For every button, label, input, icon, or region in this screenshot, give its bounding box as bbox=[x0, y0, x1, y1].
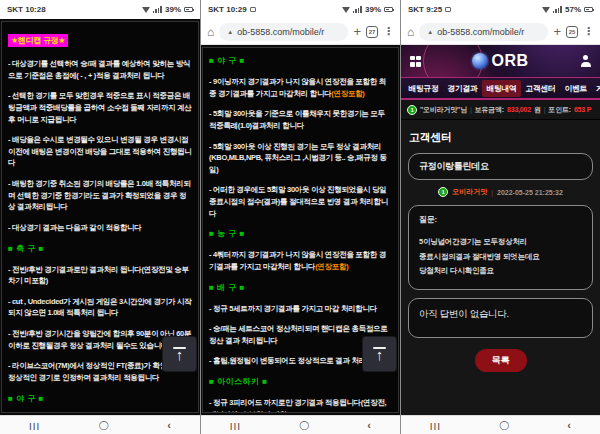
battery-icon bbox=[184, 7, 193, 12]
question-line: 종료시점의결과 절대반영 되엇는데요 bbox=[419, 252, 582, 263]
url-field[interactable]: ▲ ob-5858.com/mobile/r bbox=[419, 23, 548, 41]
battery-icon bbox=[384, 7, 393, 12]
back-button[interactable]: ‹ bbox=[367, 419, 371, 431]
divider: | bbox=[544, 106, 546, 113]
scroll-to-top-button[interactable]: ↑ bbox=[163, 337, 196, 371]
battery-icon bbox=[584, 7, 593, 12]
url-field[interactable]: ▲ ob-5858.com/mobile/r bbox=[219, 23, 348, 41]
browser-menu-icon[interactable]: ⋮ bbox=[383, 26, 394, 37]
recents-button[interactable]: ||| bbox=[430, 421, 441, 430]
browser-address-bar: ⌂ ▲ ob-5858.com/mobile/r + 25 ⋮ bbox=[401, 19, 600, 45]
section-volleyball: ■ 배 구 ■ bbox=[209, 282, 392, 293]
wifi-icon bbox=[342, 7, 350, 13]
phone-screenshot-1: SKT 10:28 39% ★핸디캡 규정★ - 대상경기를 선택하여 승/패 … bbox=[0, 0, 200, 434]
user-level-badge: 1 bbox=[407, 105, 417, 115]
site-logo[interactable]: ORB bbox=[472, 52, 528, 70]
tab-switcher-button[interactable]: 25 bbox=[566, 26, 578, 38]
up-arrow-icon: ↑ bbox=[376, 347, 384, 362]
browser-menu-icon[interactable]: ⋮ bbox=[583, 26, 594, 37]
question-line: 당첨처리 다시확인좀요 bbox=[419, 266, 582, 277]
rules-page: ★핸디캡 규정★ - 대상경기를 선택하여 승/패 결과를 예상하여 맞히는 방… bbox=[0, 19, 200, 415]
new-tab-icon[interactable]: + bbox=[353, 25, 361, 38]
points-value: 653 P bbox=[574, 106, 591, 113]
not-secure-icon: ▲ bbox=[227, 29, 233, 35]
home-button[interactable]: ◯ bbox=[299, 420, 309, 430]
rule-paragraph: - 선택한 경기를 모두 맞힌경우 적중으로 표시 적중금은 배팅금액과 적중배… bbox=[8, 90, 192, 125]
back-button[interactable]: ‹ bbox=[567, 419, 571, 431]
carrier-time-label: SKT 9:25 bbox=[408, 5, 442, 14]
android-nav-bar: ||| ◯ ‹ bbox=[0, 415, 200, 434]
logo-text: ORB bbox=[491, 52, 528, 70]
user-info-bar: 1 "오비라거맛"님 | 보유금액: 833,002 원 | 포인트: 653 … bbox=[401, 100, 600, 120]
home-button[interactable]: ◯ bbox=[499, 420, 509, 430]
page-title: 고객센터 bbox=[409, 130, 592, 145]
three-screenshot-strip: SKT 10:28 39% ★핸디캡 규정★ - 대상경기를 선택하여 승/패 … bbox=[0, 0, 600, 434]
section-ice-hockey: ■ 아이스하키 ■ bbox=[209, 376, 392, 387]
rules-page: ■ 야 구 ■ - 9이닝까지 경기결과가 나지 않을시 연장전을 포함한 최종… bbox=[201, 45, 400, 415]
divider: | bbox=[491, 189, 493, 196]
notification-icon bbox=[445, 7, 451, 12]
rule-paragraph: - cut , Undecided가 게시된 게임은 3시간안에 경기가 시작되… bbox=[8, 296, 192, 319]
question-label: 질문: bbox=[419, 214, 582, 225]
wifi-icon bbox=[542, 7, 550, 13]
tab-betting-history[interactable]: 배팅내역 bbox=[482, 80, 521, 97]
android-nav-bar: ||| ◯ ‹ bbox=[401, 415, 600, 434]
up-arrow-icon: ↑ bbox=[176, 347, 184, 362]
section-baseball: ■ 야 구 ■ bbox=[209, 55, 392, 66]
android-nav-bar: ||| ◯ ‹ bbox=[201, 415, 400, 434]
scroll-to-top-button[interactable]: ↑ bbox=[363, 337, 396, 371]
tab-betting-rules[interactable]: 배팅규정 bbox=[404, 80, 443, 97]
browser-home-icon[interactable]: ⌂ bbox=[207, 26, 214, 38]
new-tab-icon[interactable]: + bbox=[553, 25, 561, 38]
divider: | bbox=[470, 106, 472, 113]
handicap-rules-title: ★핸디캡 규정★ bbox=[8, 34, 68, 47]
answer-box: 아직 답변이 없습니다. bbox=[408, 298, 593, 338]
section-baseball: ■ 야 구 ■ bbox=[8, 393, 192, 404]
author-level-badge: 1 bbox=[438, 187, 448, 197]
phone-screenshot-2: SKT 10:29 39% ⌂ ▲ ob-5858.com/mobile/r +… bbox=[200, 0, 400, 434]
list-button[interactable]: 목록 bbox=[475, 349, 527, 372]
tab-switcher-button[interactable]: 27 bbox=[366, 26, 378, 38]
battery-percent: 39% bbox=[165, 5, 181, 14]
back-button[interactable]: ‹ bbox=[167, 419, 171, 431]
rule-paragraph: - 5회말 30아웃을 기준으로 이를채우지 못한경기는 모두 적중특례(1.0… bbox=[209, 108, 392, 131]
rule-paragraph: - 대상경기 결과는 다음과 같이 적용합니다 bbox=[8, 222, 192, 234]
orb-site-page: ORB 배팅규정 경기결과 배팅내역 고객센터 이벤트 게시판 1 "오비라거맛… bbox=[401, 45, 600, 415]
signal-icon bbox=[553, 6, 562, 13]
post-author-row: 1 오비라거맛 | 2022-05-25 21:25:32 bbox=[401, 187, 600, 197]
battery-percent: 39% bbox=[365, 5, 381, 14]
question-box: 질문: 5이닝넘어간경기는 모두정상처리 종료시점의결과 절대반영 되엇는데요 … bbox=[408, 205, 593, 290]
recents-button[interactable]: ||| bbox=[230, 421, 241, 430]
status-bar: SKT 10:28 39% bbox=[0, 0, 200, 19]
status-bar: SKT 10:29 39% bbox=[201, 0, 400, 19]
tab-events[interactable]: 이벤트 bbox=[560, 80, 592, 97]
carrier-time-label: SKT 10:29 bbox=[208, 5, 247, 14]
account-icon[interactable] bbox=[580, 55, 591, 67]
signal-icon bbox=[353, 6, 362, 13]
author-name: 오비라거맛 bbox=[452, 187, 487, 197]
rule-paragraph: - 배팅한 경기중 취소된 경기의 배당률은 1.0배 적특처리되며 선택한 경… bbox=[8, 178, 192, 213]
status-bar: SKT 9:25 57% bbox=[401, 0, 600, 19]
section-basketball: ■ 농 구 ■ bbox=[209, 228, 392, 239]
rule-paragraph: - 전반/후반 경기결과로만 결과처리 됩니다(연장전및 승부차기 미포함) bbox=[8, 264, 192, 287]
rule-paragraph: - 대상경기를 선택하여 승/패 결과를 예상하여 맞히는 방식으로 기준점은 … bbox=[8, 58, 192, 81]
wifi-icon bbox=[142, 7, 150, 13]
tab-game-results[interactable]: 경기결과 bbox=[443, 80, 482, 97]
balance-label: 보유금액: bbox=[475, 105, 504, 115]
points-label: 포인트: bbox=[548, 105, 571, 115]
tab-board[interactable]: 게시판 bbox=[592, 80, 600, 97]
phone-screenshot-3: SKT 9:25 57% ⌂ ▲ ob-5858.com/mobile/r + … bbox=[400, 0, 600, 434]
carrier-time-label: SKT 10:28 bbox=[7, 5, 46, 14]
recents-button[interactable]: ||| bbox=[29, 421, 40, 430]
rule-suffix-overtime: (연장포함) bbox=[315, 262, 348, 271]
username-label: "오비라거맛"님 bbox=[420, 105, 467, 115]
not-secure-icon: ▲ bbox=[427, 29, 433, 35]
rule-suffix-overtime: (연장포함) bbox=[331, 89, 364, 98]
browser-home-icon[interactable]: ⌂ bbox=[407, 26, 414, 38]
tab-customer-center[interactable]: 고객센터 bbox=[521, 80, 560, 97]
home-button[interactable]: ◯ bbox=[99, 420, 109, 430]
browser-address-bar: ⌂ ▲ ob-5858.com/mobile/r + 27 ⋮ bbox=[201, 19, 400, 45]
currency-label: 원 bbox=[534, 105, 541, 115]
menu-grid-icon[interactable] bbox=[410, 56, 421, 67]
rule-paragraph: - 정규 5세트까지 경기결과를 가지고 마감 처리합니다 bbox=[209, 303, 392, 315]
